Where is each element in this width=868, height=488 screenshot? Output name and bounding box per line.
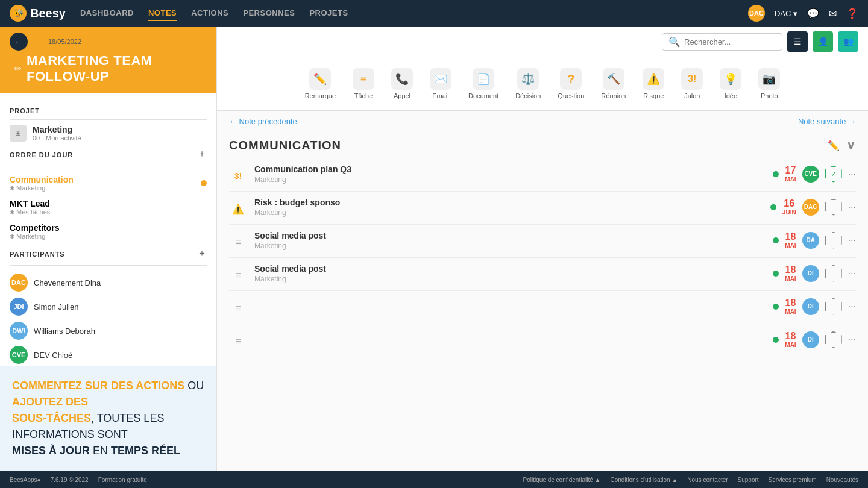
entry-status-hex-2 xyxy=(825,199,842,216)
add-participant-button[interactable]: ＋ xyxy=(197,247,207,260)
tache-label: Tâche xyxy=(354,92,373,99)
group-icon-button[interactable]: 👥 xyxy=(838,31,858,52)
participant-jdi[interactable]: JDI Simon Julien xyxy=(10,295,207,319)
toolbar-document[interactable]: 📄 Document xyxy=(460,64,507,103)
entry-sub-4: Marketing xyxy=(254,275,766,283)
entry-month-3: MAI xyxy=(785,242,796,249)
section-title-text: COMMUNICATION xyxy=(229,139,341,152)
entry-month-4: MAI xyxy=(785,275,796,283)
search-input[interactable] xyxy=(684,37,776,46)
entry-content-4: Social media post Marketing xyxy=(254,264,766,283)
toolbar-remarque[interactable]: ✏️ Remarque xyxy=(297,64,344,103)
agenda-item-content3: Competitors ✱ Marketing xyxy=(10,223,59,240)
participant-cve[interactable]: CVE DEV Chloé xyxy=(10,343,207,367)
entry-day-5: 18 xyxy=(785,297,796,308)
agenda-item-competitors[interactable]: Competitors ✱ Marketing xyxy=(10,219,207,243)
add-agenda-button[interactable]: ＋ xyxy=(197,148,207,160)
project-icon: ⊞ xyxy=(10,125,27,142)
note-navigation: ← Note précédente Note suivante → xyxy=(217,111,868,132)
participants-section: PARTICIPANTS ＋ xyxy=(10,243,207,263)
entry-row-6: ≡ 18 MAI DI ··· xyxy=(229,324,856,357)
toolbar-photo[interactable]: 📷 Photo xyxy=(750,64,788,103)
jalon-label: Jalon xyxy=(684,92,700,99)
entry-more-5[interactable]: ··· xyxy=(848,301,856,312)
toolbar-idee[interactable]: 💡 Idée xyxy=(711,64,750,103)
participant-dac[interactable]: DAC Chevenement Dina xyxy=(10,271,207,295)
footer-nouveautes-link[interactable]: Nouveautés xyxy=(826,477,858,483)
footer-premium-link[interactable]: Services premium xyxy=(769,477,817,483)
toolbar-risque[interactable]: ⚠️ Risque xyxy=(634,64,673,103)
divider2 xyxy=(10,166,207,166)
list-view-button[interactable]: ☰ xyxy=(787,31,808,52)
toolbar-appel[interactable]: 📞 Appel xyxy=(383,64,421,103)
entry-title-2: Risk : budget sponso xyxy=(254,198,763,207)
logo-text: Beesy xyxy=(30,7,66,20)
collapse-section-icon[interactable]: ∨ xyxy=(846,138,856,152)
entry-more-2[interactable]: ··· xyxy=(848,202,856,213)
jalon-icon: 3! xyxy=(681,68,703,90)
toolbar-email[interactable]: ✉️ Email xyxy=(421,64,460,103)
entry-right-4: 18 MAI DI ··· xyxy=(773,264,856,283)
help-icon[interactable]: ❓ xyxy=(846,8,858,19)
section-title-actions: ✏️ ∨ xyxy=(828,138,856,152)
top-nav: 🐝 Beesy DASHBOARD NOTES ACTIONS PERSONNE… xyxy=(0,0,868,27)
divider xyxy=(10,119,207,120)
toolbar-decision[interactable]: ⚖️ Décision xyxy=(507,64,549,103)
participant-dwi[interactable]: DWI Williams Deborah xyxy=(10,319,207,343)
footer-version: 7.6.19 © 2022 xyxy=(51,477,89,483)
chat-icon[interactable]: 💬 xyxy=(807,8,819,19)
user-avatar[interactable]: DAC xyxy=(748,5,765,22)
footer-conditions-link[interactable]: Conditions d'utilisation ▲ xyxy=(610,477,678,483)
edit-section-icon[interactable]: ✏️ xyxy=(828,140,840,151)
agenda-item-mktlead[interactable]: MKT Lead ✱ Mes tâches xyxy=(10,195,207,219)
main-header: 🔍 ☰ 👤 👥 xyxy=(217,27,868,57)
nav-notes[interactable]: NOTES xyxy=(148,6,177,21)
divider3 xyxy=(10,265,207,266)
entry-status-dot-1 xyxy=(773,171,779,177)
toolbar-reunion[interactable]: 🔨 Réunion xyxy=(593,64,634,103)
idee-label: Idée xyxy=(725,92,737,99)
entry-more-6[interactable]: ··· xyxy=(848,334,856,345)
promo-text: COMMENTEZ SUR DES ACTIONS OU AJOUTEZ DES… xyxy=(12,378,205,459)
nav-dashboard[interactable]: DASHBOARD xyxy=(80,6,134,21)
reunion-icon: 🔨 xyxy=(603,68,624,90)
footer-formation-link[interactable]: Formation gratuite xyxy=(98,477,147,483)
footer-contact-link[interactable]: Nous contacter xyxy=(687,477,728,483)
avatar-cve: CVE xyxy=(10,346,28,364)
entry-month-5: MAI xyxy=(785,308,796,316)
entry-month-1: MAI xyxy=(785,176,796,183)
tache-type-icon-4: ≡ xyxy=(229,266,247,284)
toolbar-jalon[interactable]: 3! Jalon xyxy=(673,64,711,103)
entry-date-3: 18 MAI xyxy=(785,231,796,249)
footer-support-link[interactable]: Support xyxy=(738,477,759,483)
next-note-link[interactable]: Note suivante → xyxy=(798,117,856,126)
entry-more-1[interactable]: ··· xyxy=(848,169,856,180)
search-bar[interactable]: 🔍 xyxy=(662,33,782,51)
entry-status-dot-6 xyxy=(773,337,779,343)
participant-name-cve: DEV Chloé xyxy=(34,351,72,360)
risque-label: Risque xyxy=(643,92,664,99)
promo-line1-bold2: AJOUTEZ DES xyxy=(12,396,88,408)
back-button[interactable]: ← xyxy=(10,33,28,51)
project-item[interactable]: ⊞ Marketing 00 - Mon activité xyxy=(10,125,207,142)
nav-actions[interactable]: ACTIONS xyxy=(191,6,228,21)
nav-projets[interactable]: PROJETS xyxy=(309,6,348,21)
logo-bee-icon: 🐝 xyxy=(10,5,27,22)
user-icon-button[interactable]: 👤 xyxy=(813,31,833,52)
toolbar-tache[interactable]: ≡ Tâche xyxy=(344,64,383,103)
nav-personnes[interactable]: PERSONNES xyxy=(243,6,295,21)
edit-icon[interactable]: ✏ xyxy=(14,64,22,74)
entry-content-1: Communication plan Q3 Marketing xyxy=(254,164,766,184)
note-header: ← 18/05/2022 ✏ MARKETING TEAM FOLLOW-UP xyxy=(0,27,216,93)
prev-note-link[interactable]: ← Note précédente xyxy=(229,117,297,126)
mail-icon[interactable]: ✉ xyxy=(829,8,837,19)
agenda-item-content: Communication ✱ Marketing xyxy=(10,175,74,192)
nav-right: DAC DAC ▾ 💬 ✉ ❓ xyxy=(748,5,858,22)
toolbar-question[interactable]: ? Question xyxy=(549,64,593,103)
footer-privacy-link[interactable]: Politique de confidentialité ▲ xyxy=(523,477,601,483)
entry-right-5: 18 MAI DI ··· xyxy=(773,297,856,316)
entry-more-3[interactable]: ··· xyxy=(848,235,856,246)
entry-more-4[interactable]: ··· xyxy=(848,268,856,279)
entry-avatar-4: DI xyxy=(802,265,819,282)
agenda-item-communication[interactable]: Communication ✱ Marketing xyxy=(10,171,207,195)
